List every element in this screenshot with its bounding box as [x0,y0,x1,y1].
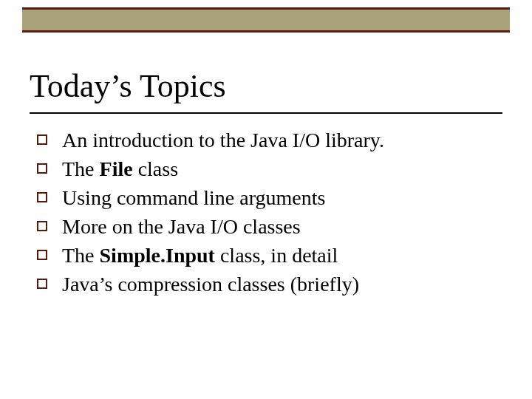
bullet-list: An introduction to the Java I/O library.… [37,127,495,300]
square-bullet-icon [37,163,47,174]
list-item-text: Java’s compression classes (briefly) [62,271,359,297]
list-item-text: More on the Java I/O classes [62,214,301,239]
text-segment: The [62,157,100,180]
list-item: Java’s compression classes (briefly) [37,271,495,297]
text-bold-segment: File [100,157,133,180]
list-item: An introduction to the Java I/O library. [37,127,495,153]
list-item-text: An introduction to the Java I/O library. [62,127,384,153]
title-underline [30,112,502,114]
text-segment: More on the Java I/O classes [62,215,301,238]
text-segment: Java’s compression classes (briefly) [62,273,359,296]
list-item-text: The File class [62,156,178,182]
text-segment: Using command line arguments [62,186,325,209]
text-segment: class [133,157,178,180]
slide-title: Today’s Topics [30,68,502,106]
list-item-text: The Simple.Input class, in detail [62,242,338,268]
square-bullet-icon [37,221,47,231]
decorative-header-stripe [22,7,510,33]
square-bullet-icon [37,134,47,145]
square-bullet-icon [37,250,47,260]
text-segment: An introduction to the Java I/O library. [62,129,384,151]
text-bold-segment: Simple.Input [100,244,215,267]
list-item: The File class [37,156,495,182]
text-segment: The [62,244,100,267]
text-segment: class, in detail [215,244,338,267]
square-bullet-icon [37,279,47,289]
list-item-text: Using command line arguments [62,185,325,211]
list-item: Using command line arguments [37,185,495,211]
list-item: More on the Java I/O classes [37,214,495,239]
slide: Today’s Topics An introduction to the Ja… [0,0,532,399]
square-bullet-icon [37,192,47,202]
list-item: The Simple.Input class, in detail [37,242,495,268]
